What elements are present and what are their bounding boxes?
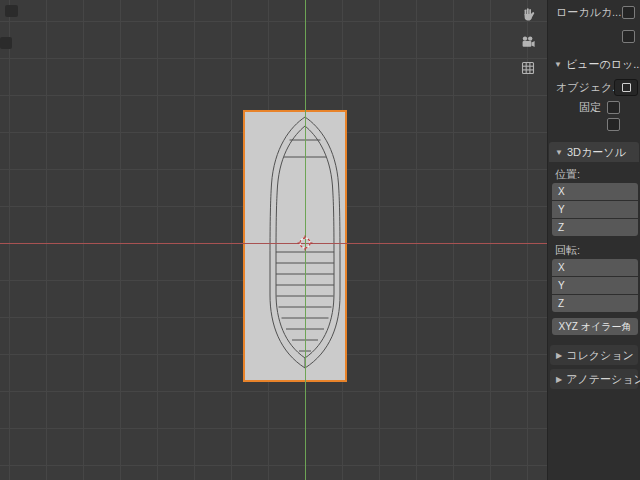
selected-boat-plane-object[interactable] [245,112,345,380]
lock-object-label: オブジェク... [556,80,614,95]
cursor-location-x-field[interactable]: X [552,183,638,200]
cursor-rotation-z-field[interactable]: Z [552,295,638,312]
axis-letter: X [558,186,565,197]
cursor-rotation-label: 回転: [548,242,640,258]
collapsed-toolbar-tab[interactable] [5,5,18,17]
3d-cursor-header-label: 3Dカーソル [567,145,626,160]
x-axis-line [0,243,640,244]
3d-cursor [297,235,313,251]
chevron-down-icon: ▼ [555,148,563,157]
camera-to-view-row [548,116,640,132]
blender-3d-viewport-window: ローカルカ... ▼ ビューのロッ... オブジェク... 固定 ▼ 3Dカーソ… [0,0,640,480]
cursor-location-label: 位置: [548,166,640,182]
axis-letter: Z [558,222,564,233]
collection-header-label: コレクション [566,348,634,363]
object-data-icon [622,83,631,92]
cursor-rotation-x-field[interactable]: X [552,259,638,276]
lock-object-row: オブジェク... [548,76,640,98]
local-camera-row: ローカルカ... [548,2,640,22]
local-camera-checkbox[interactable] [622,6,635,19]
cursor-location-fields: X Y Z [552,183,638,236]
rotation-order-dropdown[interactable]: XYZ オイラー角 [552,318,638,335]
axis-letter: Y [558,204,565,215]
collapsed-tool-settings-tab[interactable] [0,37,12,49]
rotation-order-label: XYZ オイラー角 [559,320,632,334]
cursor-location-y-field[interactable]: Y [552,201,638,218]
axis-letter: X [558,262,565,273]
chevron-down-icon: ▼ [554,60,562,69]
lock-to-cursor-checkbox[interactable] [607,101,620,114]
camera-to-view-checkbox[interactable] [607,118,620,131]
cursor-rotation-y-field[interactable]: Y [552,277,638,294]
camera-view-icon[interactable] [519,33,537,51]
boat-wireframe [245,112,345,380]
lock-object-field[interactable] [614,79,638,96]
sidebar-panel: ローカルカ... ▼ ビューのロッ... オブジェク... 固定 ▼ 3Dカーソ… [547,0,640,480]
option-row [548,26,640,46]
chevron-right-icon: ▶ [556,351,562,360]
option-checkbox[interactable] [622,30,635,43]
cursor-location-z-field[interactable]: Z [552,219,638,236]
cursor-rotation-fields: X Y Z [552,259,638,312]
pan-hand-icon[interactable] [519,5,537,23]
lock-cursor-row: 固定 [548,98,640,116]
view-lock-header-label: ビューのロッ... [566,57,640,72]
grid-orthographic-icon[interactable] [519,59,537,77]
local-camera-label: ローカルカ... [556,5,621,20]
axis-letter: Z [558,298,564,309]
axis-letter: Y [558,280,565,291]
view-lock-section-header[interactable]: ▼ ビューのロッ... [548,54,640,74]
3d-cursor-section-header[interactable]: ▼ 3Dカーソル [549,142,639,162]
annotation-header-label: アノテーション [566,372,640,387]
collection-section-header[interactable]: ▶ コレクション [550,345,638,365]
lock-label: 固定 [579,100,601,115]
chevron-right-icon: ▶ [556,375,562,384]
annotation-section-header[interactable]: ▶ アノテーション [550,369,638,389]
